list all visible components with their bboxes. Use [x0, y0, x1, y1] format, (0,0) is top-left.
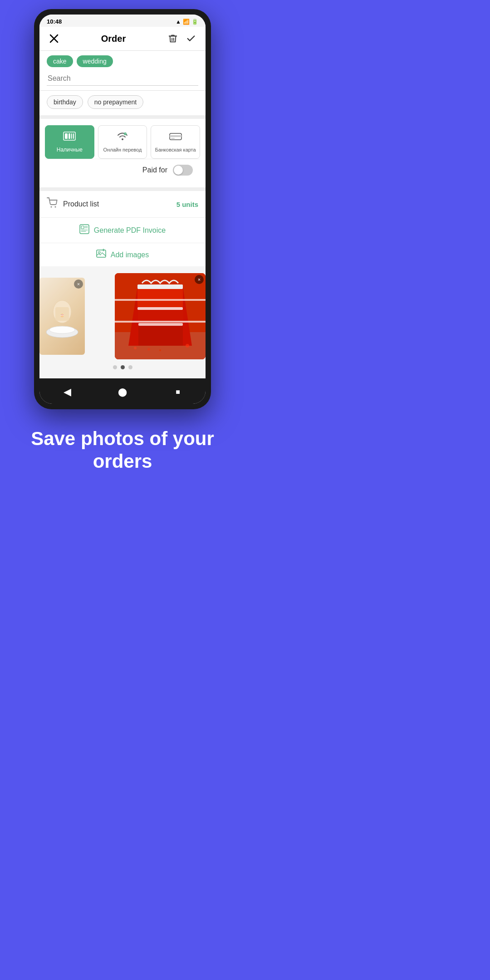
units-badge: 5 units	[176, 201, 198, 208]
payment-methods: Наличные Онлайн перевод	[45, 125, 200, 159]
svg-rect-10	[170, 135, 181, 137]
status-time: 10:48	[47, 18, 62, 25]
chip-birthday[interactable]: birthday	[47, 95, 83, 109]
svg-point-12	[51, 206, 52, 208]
close-image-left[interactable]: ×	[74, 279, 83, 289]
svg-point-39	[186, 344, 189, 348]
svg-rect-37	[137, 284, 183, 289]
product-left: Product list	[47, 197, 99, 211]
svg-rect-6	[73, 133, 74, 139]
svg-rect-32	[137, 307, 183, 310]
dot-1[interactable]	[121, 365, 125, 369]
cash-label: Наличные	[57, 147, 83, 153]
svg-rect-35	[138, 310, 183, 323]
svg-point-38	[134, 347, 137, 349]
payment-section: Наличные Онлайн перевод	[39, 119, 206, 187]
pdf-icon	[79, 224, 89, 236]
close-button[interactable]	[47, 31, 61, 46]
promo-section: Save photos of your orders	[0, 409, 245, 491]
recents-icon: ■	[176, 388, 180, 396]
pdf-section[interactable]: Generate PDF Invoice	[39, 217, 206, 243]
paid-toggle[interactable]	[173, 165, 193, 176]
paid-label: Paid for	[142, 166, 167, 174]
recents-button[interactable]: ■	[170, 384, 186, 400]
add-images-label: Add images	[111, 251, 149, 259]
phone-frame: 10:48 ▲ 📶 🔋 Order	[34, 9, 211, 409]
pdf-label: Generate PDF Invoice	[94, 226, 166, 235]
add-images-icon	[96, 249, 106, 261]
battery-icon: 🔋	[191, 19, 198, 25]
svg-rect-15	[81, 226, 84, 229]
product-list-label: Product list	[63, 200, 99, 208]
svg-text:🎂: 🎂	[60, 313, 64, 317]
svg-point-40	[159, 349, 161, 351]
online-label: Онлайн перевод	[103, 147, 142, 152]
payment-online[interactable]: Онлайн перевод	[98, 125, 147, 159]
paid-row: Paid for	[45, 159, 200, 181]
toggle-knob	[174, 166, 183, 175]
product-list-section: Product list 5 units	[39, 187, 206, 217]
svg-rect-33	[138, 323, 183, 326]
cash-icon	[63, 131, 76, 144]
back-icon: ◀	[64, 386, 71, 398]
svg-point-21	[98, 251, 100, 253]
card-label: Банковская карта	[155, 147, 196, 152]
carousel-track: × 🎂 ×	[39, 271, 206, 362]
svg-rect-3	[65, 133, 68, 139]
search-row	[39, 69, 206, 91]
dot-2[interactable]	[128, 365, 132, 369]
wifi-icon: ▲	[176, 19, 181, 25]
svg-point-7	[122, 138, 123, 140]
chips-row: birthday no prepayment	[39, 91, 206, 115]
status-icons: ▲ 📶 🔋	[176, 19, 198, 25]
card-icon	[169, 132, 182, 144]
carousel-dots	[39, 365, 206, 369]
svg-rect-11	[171, 138, 175, 139]
payment-card[interactable]: Банковская карта	[151, 125, 200, 159]
signal-icon: 📶	[183, 19, 190, 25]
svg-point-13	[55, 206, 56, 208]
cart-icon	[47, 197, 59, 211]
divider-1	[39, 115, 206, 119]
dot-0[interactable]	[113, 365, 117, 369]
image-carousel: × 🎂 ×	[39, 266, 206, 378]
tag-wedding[interactable]: wedding	[77, 55, 113, 67]
header-actions	[166, 31, 198, 46]
svg-rect-34	[137, 287, 183, 307]
tag-cake[interactable]: cake	[47, 55, 73, 67]
home-icon: ⬤	[118, 387, 127, 397]
nav-bar: ◀ ⬤ ■	[39, 378, 206, 404]
payment-cash[interactable]: Наличные	[45, 125, 94, 159]
delete-button[interactable]	[166, 31, 180, 46]
close-image-center[interactable]: ×	[195, 275, 204, 284]
add-images-section[interactable]: Add images	[39, 243, 206, 266]
phone-screen: 10:48 ▲ 📶 🔋 Order	[39, 15, 206, 404]
chip-no-prepayment[interactable]: no prepayment	[88, 95, 143, 109]
carousel-image-center: ×	[115, 273, 206, 359]
carousel-image-left: × 🎂	[39, 278, 85, 355]
status-bar: 10:48 ▲ 📶 🔋	[39, 15, 206, 27]
back-button[interactable]: ◀	[59, 384, 75, 400]
tags-row: cake wedding	[39, 51, 206, 69]
svg-rect-5	[71, 133, 72, 139]
page-title: Order	[101, 34, 126, 44]
search-input[interactable]	[47, 72, 198, 86]
confirm-button[interactable]	[184, 31, 198, 46]
promo-text: Save photos of your orders	[31, 428, 214, 472]
wifi-payment-icon	[116, 132, 129, 144]
app-header: Order	[39, 27, 206, 51]
svg-point-25	[49, 326, 75, 333]
svg-rect-4	[69, 133, 70, 139]
svg-rect-36	[138, 326, 183, 346]
home-button[interactable]: ⬤	[114, 384, 131, 400]
svg-point-41	[147, 348, 150, 351]
